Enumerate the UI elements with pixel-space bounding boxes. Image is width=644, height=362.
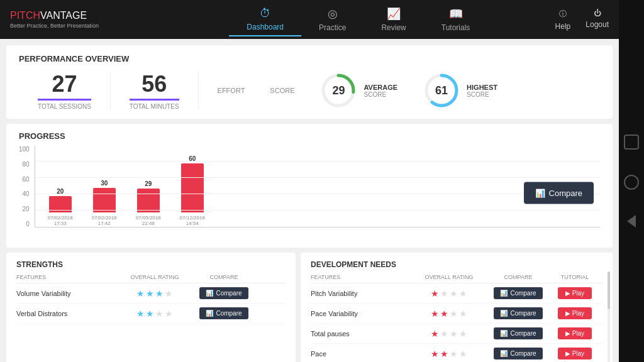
help-label: Help bbox=[555, 22, 571, 31]
dev-compare-btn-2[interactable]: 📊 Compare bbox=[494, 307, 542, 319]
logo: PITCHVANTAGE Better Practice, Better Pre… bbox=[10, 10, 99, 29]
compare-button[interactable]: 📊 Compare bbox=[524, 182, 594, 204]
dev-needs-title: DEVELOPMENT NEEDS bbox=[311, 260, 602, 269]
highest-score-main-label: HIGHEST bbox=[467, 84, 497, 91]
y-axis: 100 80 60 40 20 0 bbox=[19, 146, 35, 228]
dev-needs-section: DEVELOPMENT NEEDS FEATURES OVERALL RATIN… bbox=[301, 253, 613, 362]
nav-review[interactable]: 📈 Review bbox=[364, 3, 423, 36]
dev-play-btn-3[interactable]: ▶ Play bbox=[558, 327, 592, 339]
dev-compare-btn-3[interactable]: 📊 Compare bbox=[494, 327, 542, 339]
dev-rating-1: ★ ★ ★ ★ bbox=[411, 288, 487, 299]
average-score-sub-label: SCORE bbox=[364, 91, 397, 98]
logout-icon: ⏻ bbox=[594, 9, 601, 18]
progress-title: PROGRESS bbox=[19, 131, 600, 141]
strengths-header: FEATURES OVERALL RATING COMPARE bbox=[16, 274, 286, 283]
dev-compare-btn-4[interactable]: 📊 Compare bbox=[494, 348, 542, 359]
dev-row-3: Total pauses ★ ★ ★ ★ 📊 Compare bbox=[311, 324, 602, 344]
review-icon: 📈 bbox=[387, 7, 401, 21]
highest-score-value: 61 bbox=[435, 84, 448, 97]
compare-icon-1: 📊 bbox=[206, 290, 213, 297]
total-sessions-label: TOTAL SESSIONS bbox=[38, 99, 91, 110]
dev-feature-4: Pace bbox=[311, 350, 411, 358]
score-block: SCORE bbox=[270, 87, 294, 94]
average-score-container: 29 AVERAGE SCORE bbox=[319, 72, 397, 109]
performance-stats: 27 TOTAL SESSIONS 56 TOTAL MINUTES EFFOR… bbox=[19, 71, 600, 110]
tutorials-icon: 📖 bbox=[449, 7, 463, 21]
header: PITCHVANTAGE Better Practice, Better Pre… bbox=[0, 0, 619, 39]
dev-feature-2: Pace Variability bbox=[311, 310, 411, 317]
dev-compare-icon-3: 📊 bbox=[500, 330, 508, 337]
dev-feature-1: Pitch Variability bbox=[311, 290, 411, 297]
scrollbar-thumb bbox=[608, 272, 610, 309]
nav-bar: ⏱ Dashboard ◎ Practice 📈 Review 📖 Tutori… bbox=[162, 3, 555, 36]
dev-play-btn-4[interactable]: ▶ Play bbox=[558, 348, 592, 359]
highest-score-sub-label: SCORE bbox=[467, 91, 497, 98]
bars-container: 20 07/02/201817:33 30 07/02/201817:42 29 bbox=[35, 146, 600, 228]
help-button[interactable]: ⓘ Help bbox=[555, 9, 571, 31]
strength-compare-btn-2[interactable]: 📊 Compare bbox=[199, 307, 248, 319]
dev-row-4: Pace ★ ★ ★ ★ 📊 Compare bbox=[311, 344, 602, 362]
strengths-row-2: Verbal Distrators ★ ★ ★ ★ 📊 Compare bbox=[16, 304, 286, 324]
grid-line bbox=[35, 210, 600, 211]
logo-vantage: VANTAGE bbox=[40, 10, 87, 21]
bar-4-rect bbox=[181, 163, 204, 212]
stars-2: ★ ★ ★ ★ bbox=[117, 309, 192, 319]
dev-row-1: Pitch Variability ★ ★ ★ ★ 📊 Compare bbox=[311, 283, 602, 304]
bar-4: 60 07/12/201814:54 bbox=[180, 155, 205, 227]
nav-tutorials-label: Tutorials bbox=[441, 23, 470, 32]
scrollbar[interactable] bbox=[608, 272, 610, 362]
dev-play-btn-1[interactable]: ▶ Play bbox=[558, 287, 592, 299]
strength-compare-btn-1[interactable]: 📊 Compare bbox=[199, 287, 248, 299]
strengths-col-features: FEATURES bbox=[16, 274, 117, 280]
effort-score-area: EFFORT SCORE 29 bbox=[199, 72, 497, 109]
strengths-section: STRENGTHS FEATURES OVERALL RATING COMPAR… bbox=[6, 253, 296, 362]
logo-subtitle: Better Practice, Better Presentation bbox=[10, 23, 99, 29]
dev-rating-4: ★ ★ ★ ★ bbox=[411, 349, 487, 359]
dashboard-icon: ⏱ bbox=[260, 7, 271, 20]
dev-rating-3: ★ ★ ★ ★ bbox=[411, 329, 487, 339]
dev-compare-icon-4: 📊 bbox=[500, 350, 508, 357]
total-minutes-label: TOTAL MINUTES bbox=[130, 99, 179, 110]
nav-review-label: Review bbox=[381, 23, 406, 32]
logout-button[interactable]: ⏻ Logout bbox=[586, 9, 609, 31]
effort-label: EFFORT bbox=[218, 87, 245, 94]
phone-btn-back[interactable] bbox=[627, 215, 636, 228]
dev-col-features: FEATURES bbox=[311, 274, 411, 280]
phone-btn-square[interactable] bbox=[624, 134, 639, 150]
strength-rating-2: ★ ★ ★ ★ bbox=[117, 309, 192, 319]
nav-practice[interactable]: ◎ Practice bbox=[301, 3, 364, 36]
performance-overview: PERFORMANCE OVERVIEW 27 TOTAL SESSIONS 5… bbox=[6, 45, 613, 119]
bar-3: 29 07/05/201822:49 bbox=[136, 180, 161, 227]
highest-score-container: 61 HIGHEST SCORE bbox=[423, 72, 497, 109]
dev-play-btn-2[interactable]: ▶ Play bbox=[558, 307, 592, 319]
bar-3-rect bbox=[137, 189, 160, 212]
effort-block: EFFORT bbox=[218, 87, 245, 94]
highest-score-circle: 61 bbox=[423, 72, 460, 109]
nav-practice-label: Practice bbox=[319, 23, 346, 32]
nav-tutorials[interactable]: 📖 Tutorials bbox=[424, 3, 488, 36]
dev-compare-btn-1[interactable]: 📊 Compare bbox=[494, 287, 542, 299]
dev-col-tutorial: TUTORIAL bbox=[550, 274, 600, 280]
help-icon: ⓘ bbox=[559, 9, 567, 19]
nav-right: ⓘ Help ⏻ Logout bbox=[555, 9, 609, 31]
strengths-col-rating: OVERALL RATING bbox=[117, 274, 192, 280]
dev-col-rating: OVERALL RATING bbox=[411, 274, 487, 280]
strengths-col-compare: COMPARE bbox=[192, 274, 255, 280]
bar-2: 30 07/02/201817:42 bbox=[92, 180, 117, 227]
average-score-circle: 29 bbox=[319, 72, 357, 109]
phone-btn-home[interactable] bbox=[624, 175, 639, 190]
compare-bar-icon: 📊 bbox=[535, 189, 545, 198]
compare-icon-2: 📊 bbox=[206, 310, 213, 317]
highest-score-desc: HIGHEST SCORE bbox=[467, 84, 497, 98]
logout-label: Logout bbox=[586, 20, 609, 29]
dev-needs-header: FEATURES OVERALL RATING COMPARE TUTORIAL bbox=[311, 274, 602, 283]
strength-rating-1: ★ ★ ★ ★ bbox=[117, 288, 192, 299]
average-score-main-label: AVERAGE bbox=[364, 84, 397, 91]
nav-dashboard[interactable]: ⏱ Dashboard bbox=[229, 3, 301, 36]
dev-row-2: Pace Variability ★ ★ ★ ★ 📊 Compare bbox=[311, 304, 602, 324]
total-sessions-value: 27 bbox=[52, 71, 77, 97]
dev-col-compare: COMPARE bbox=[487, 274, 550, 280]
practice-icon: ◎ bbox=[328, 7, 338, 21]
bar-2-rect bbox=[93, 188, 116, 212]
phone-buttons bbox=[619, 0, 644, 362]
